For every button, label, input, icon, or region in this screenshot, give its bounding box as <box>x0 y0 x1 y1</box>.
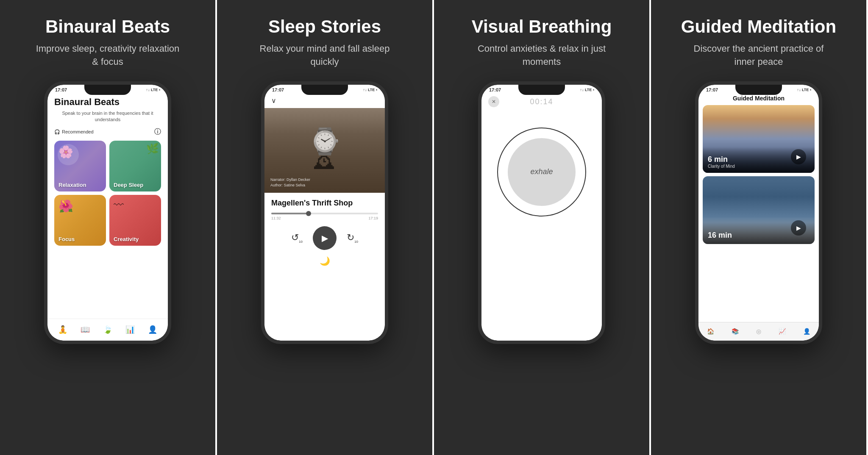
chevron-down[interactable]: ∨ <box>264 93 385 108</box>
story-info: Magellen's Thrift Shop 11:32 17:19 ↺10 ▶ <box>264 193 385 266</box>
pocket-watch-icon-2: 🕰 <box>314 150 335 174</box>
med-duration-1: 6 min <box>708 155 735 164</box>
recommended-row: 🎧 Recommended ⓘ <box>54 128 161 136</box>
phone1-sub: Speak to your brain in the frequencies t… <box>54 110 161 123</box>
nav4-home-icon[interactable]: 🏠 <box>707 328 714 335</box>
phone-wrapper-sleep: 17:07 ↑↓ LTE ▪ ∨ ⌚ 🕰 Narrator: Dyllan De… <box>257 81 392 447</box>
panel-subtitle-gm: Discover the ancient practice of inner p… <box>687 42 831 69</box>
play-btn[interactable]: ▶ <box>313 226 337 250</box>
panel-title-binaural: Binaural Beats <box>45 17 170 36</box>
nav-home-icon[interactable]: 🧘 <box>58 325 67 334</box>
panel-subtitle-sleep: Relax your mind and fall asleep quickly <box>253 42 397 69</box>
card-label-relaxation: Relaxation <box>58 182 86 188</box>
phone-screen-sleep: 17:07 ↑↓ LTE ▪ ∨ ⌚ 🕰 Narrator: Dyllan De… <box>264 85 385 341</box>
vb-header: ✕ 00:14 <box>481 97 602 106</box>
story-cover: ⌚ 🕰 Narrator: Dyllan Decker Author: Sati… <box>264 108 385 193</box>
breathing-outer-circle: exhale <box>497 128 586 216</box>
signals-2: ↑↓ LTE ▪ <box>363 88 377 92</box>
phone4-content: Guided Meditation 6 min Clarity of Mind <box>698 93 819 336</box>
recommended-text: Recommended <box>62 129 94 134</box>
card-label-creativity: Creativity <box>114 236 139 242</box>
panel-title-sleep: Sleep Stories <box>268 17 381 36</box>
nav-leaf-icon[interactable]: 🍃 <box>103 325 112 334</box>
recommended-label: 🎧 Recommended <box>54 129 94 135</box>
phone-screen-vb: 17:07 ↑↓ LTE ▪ ✕ 00:14 exhale <box>481 85 602 341</box>
phone-screen-binaural: 17:07 ↑↓ LTE ▪ Binaural Beats Speak to y… <box>47 85 168 341</box>
phone3-content: ✕ 00:14 exhale <box>481 93 602 336</box>
notch-3 <box>518 85 565 95</box>
med-info-2: 16 min <box>708 231 732 240</box>
time-2: 17:07 <box>272 87 284 92</box>
flower-icon: 🌸 <box>58 145 73 159</box>
controls-row: ↺10 ▶ ↻10 <box>271 226 378 250</box>
headphone-icon: 🎧 <box>54 129 60 135</box>
time-1: 17:07 <box>55 87 67 92</box>
forward-10-btn[interactable]: ↻10 <box>347 232 358 244</box>
notch <box>84 85 131 95</box>
narrator-text: Narrator: Dyllan Decker <box>270 177 310 183</box>
phone-vb: 17:07 ↑↓ LTE ▪ ✕ 00:14 exhale <box>478 81 605 344</box>
notch-2 <box>301 85 348 95</box>
watch-decoration: ⌚ 🕰 <box>309 126 341 174</box>
rewind-10-btn[interactable]: ↺10 <box>291 232 303 244</box>
story-narrator: Narrator: Dyllan Decker Author: Satine S… <box>270 177 310 189</box>
wave-icon: 〰 <box>114 199 124 211</box>
nav4-circle-icon[interactable]: ◎ <box>756 328 761 335</box>
progress-bar[interactable] <box>271 213 378 214</box>
nav4-user-icon[interactable]: 👤 <box>803 328 810 335</box>
card-label-deepsleep: Deep Sleep <box>114 182 143 188</box>
med-play-btn-1[interactable]: ▶ <box>791 149 806 164</box>
phone-wrapper-binaural: 17:07 ↑↓ LTE ▪ Binaural Beats Speak to y… <box>40 81 175 447</box>
time-4: 17:07 <box>706 87 718 92</box>
signals-4: ↑↓ LTE ▪ <box>797 88 811 92</box>
leaf-icon: 🌿 <box>146 143 159 155</box>
time-row: 11:32 17:19 <box>271 216 378 220</box>
panel-subtitle-vb: Control anxieties & relax in just moment… <box>470 42 614 69</box>
card-label-focus: Focus <box>58 236 75 242</box>
close-btn[interactable]: ✕ <box>488 96 499 107</box>
author-text: Author: Satine Selva <box>270 183 310 189</box>
progress-dot <box>306 211 311 216</box>
nav-activity-icon[interactable]: 📊 <box>125 325 135 334</box>
nav4-chart-icon[interactable]: 📈 <box>779 328 786 335</box>
panel-sleep-stories: Sleep Stories Relax your mind and fall a… <box>217 0 434 455</box>
story-title: Magellen's Thrift Shop <box>271 199 378 208</box>
phone-binaural: 17:07 ↑↓ LTE ▪ Binaural Beats Speak to y… <box>44 81 171 344</box>
phone2-content: ∨ ⌚ 🕰 Narrator: Dyllan Decker Author: Sa… <box>264 93 385 336</box>
bottom-nav-4: 🏠 📚 ◎ 📈 👤 <box>698 322 819 341</box>
med-play-btn-2[interactable]: ▶ <box>791 220 806 236</box>
panel-visual-breathing: Visual Breathing Control anxieties & rel… <box>434 0 651 455</box>
card-deepsleep[interactable]: 🌿 Deep Sleep <box>109 141 161 191</box>
exhale-text: exhale <box>530 167 553 176</box>
cards-grid: 🌸 Relaxation 🌿 Deep Sleep 🌺 Focus 〰 <box>54 141 161 246</box>
info-icon[interactable]: ⓘ <box>154 128 161 136</box>
phone-wrapper-gm: 17:07 ↑↓ LTE ▪ Guided Meditation 6 min <box>691 81 826 447</box>
card-creativity[interactable]: 〰 Creativity <box>109 195 161 246</box>
card-relaxation[interactable]: 🌸 Relaxation <box>54 141 106 191</box>
phone-sleep: 17:07 ↑↓ LTE ▪ ∨ ⌚ 🕰 Narrator: Dyllan De… <box>261 81 388 344</box>
notch-4 <box>735 85 782 95</box>
panel-guided-meditation: Guided Meditation Discover the ancient p… <box>651 0 868 455</box>
phone-wrapper-vb: 17:07 ↑↓ LTE ▪ ✕ 00:14 exhale <box>474 81 609 447</box>
phone-gm: 17:07 ↑↓ LTE ▪ Guided Meditation 6 min <box>695 81 822 344</box>
med-subtitle-1: Clarity of Mind <box>708 164 735 169</box>
phone1-title: Binaural Beats <box>54 97 161 108</box>
vb-timer: 00:14 <box>530 97 553 106</box>
meditation-card-2[interactable]: 16 min ▶ <box>703 176 815 244</box>
signals-1: ↑↓ LTE ▪ <box>146 88 160 92</box>
meditation-card-1[interactable]: 6 min Clarity of Mind ▶ <box>703 105 815 173</box>
bottom-nav-1: 🧘 📖 🍃 📊 👤 <box>47 319 168 341</box>
flower2-icon: 🌺 <box>58 199 73 213</box>
nav4-book-icon[interactable]: 📚 <box>732 328 739 335</box>
moon-row: 🌙 <box>271 256 378 266</box>
nav-book-icon[interactable]: 📖 <box>81 325 90 334</box>
nav-profile-icon[interactable]: 👤 <box>148 325 157 334</box>
panel-subtitle-binaural: Improve sleep, creativity relaxation & f… <box>36 42 180 69</box>
med-duration-2: 16 min <box>708 231 732 240</box>
panel-binaural: Binaural Beats Improve sleep, creativity… <box>0 0 217 455</box>
time-elapsed: 11:32 <box>271 216 281 220</box>
panel-title-gm: Guided Meditation <box>681 17 836 36</box>
card-focus[interactable]: 🌺 Focus <box>54 195 106 246</box>
time-total: 17:19 <box>368 216 378 220</box>
time-3: 17:07 <box>489 87 501 92</box>
